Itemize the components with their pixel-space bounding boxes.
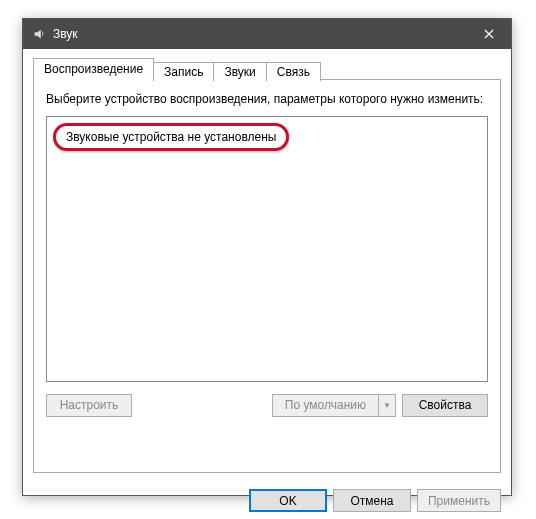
tabstrip: Воспроизведение Запись Звуки Связь <box>33 57 501 79</box>
tab-playback[interactable]: Воспроизведение <box>33 58 154 80</box>
tab-comm[interactable]: Связь <box>266 62 321 81</box>
tab-record[interactable]: Запись <box>153 62 214 81</box>
device-list[interactable]: Звуковые устройства не установлены <box>46 116 488 382</box>
close-button[interactable] <box>466 19 511 49</box>
window-title: Звук <box>53 27 466 41</box>
configure-button: Настроить <box>46 394 132 417</box>
apply-button: Применить <box>417 489 501 512</box>
ok-button[interactable]: OK <box>249 489 327 512</box>
sound-dialog: Звук Воспроизведение Запись Звуки Связь … <box>22 18 512 496</box>
client-area: Воспроизведение Запись Звуки Связь Выбер… <box>23 49 511 483</box>
instruction-text: Выберите устройство воспроизведения, пар… <box>46 92 488 108</box>
cancel-button[interactable]: Отмена <box>333 489 411 512</box>
tab-panel-playback: Выберите устройство воспроизведения, пар… <box>33 79 501 473</box>
properties-button[interactable]: Свойства <box>402 394 488 417</box>
default-button: По умолчанию <box>272 394 378 417</box>
titlebar[interactable]: Звук <box>23 19 511 49</box>
no-devices-message: Звуковые устройства не установлены <box>53 123 289 151</box>
sound-icon <box>31 26 47 42</box>
tab-sounds[interactable]: Звуки <box>213 62 266 81</box>
dialog-button-row: OK Отмена Применить <box>23 489 511 519</box>
default-split-button: По умолчанию ▼ <box>272 394 396 417</box>
default-dropdown-arrow: ▼ <box>378 394 396 417</box>
panel-button-row: Настроить По умолчанию ▼ Свойства <box>46 394 488 417</box>
